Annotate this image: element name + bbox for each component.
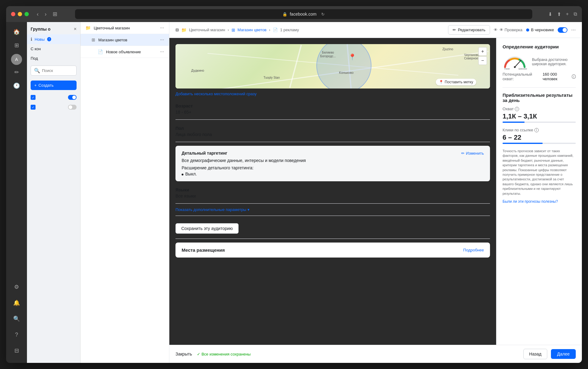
tree-item-adset[interactable]: ⊞ Магазин цветов ··· [81, 34, 169, 46]
main-scroll[interactable]: Zjuzino БеляевоБогородс... Коньково Черт… [169, 38, 496, 345]
map-zoom-in[interactable]: + [478, 47, 487, 56]
lock-icon: 🔒 [282, 12, 287, 17]
sidebar-icon-clock[interactable]: 🕐 [10, 80, 23, 92]
toggle-2[interactable] [68, 105, 77, 110]
minimize-traffic-light[interactable] [18, 12, 22, 16]
map-label-chertanovo: ЧертановоСеверное [464, 53, 479, 60]
sidebar-icon-search[interactable]: 🔍 [10, 313, 23, 325]
tree-item-more-3[interactable]: ··· [160, 49, 164, 55]
back-button[interactable]: ‹ [35, 9, 40, 19]
left-panel-title: Группы о [31, 27, 51, 32]
sidebar-avatar[interactable]: A [11, 54, 22, 65]
placements-section: Места размещения Подробнее [175, 243, 490, 258]
create-label: Создать [39, 83, 54, 88]
checkbox-2[interactable]: ✓ [31, 105, 36, 110]
sidebar-toggle-button[interactable]: ⊞ [51, 9, 59, 19]
more-button[interactable]: ··· [571, 27, 576, 33]
clicks-bar [503, 143, 576, 144]
set-marker-label: Поставить метку [445, 80, 473, 84]
clicks-metric: Клики по ссылке i 6 – 22 [503, 128, 576, 144]
forecast-feedback-link[interactable]: Были ли эти прогнозы полезны? [503, 199, 558, 204]
main-wrapper: ⊟ 📁 Цветочный магазин › ⊞ Магазин цветов… [169, 22, 582, 363]
left-panel-close-button[interactable]: × [74, 26, 77, 32]
gauge-container: Узкая Широкая Выбрана достаточно широкая… [503, 54, 576, 70]
draft-toggle[interactable] [558, 27, 567, 33]
download-icon[interactable]: ⬇ [548, 11, 552, 17]
languages-label: Языки [175, 187, 490, 192]
show-more-link[interactable]: Показать дополнительные параметры ▾ [175, 207, 490, 212]
left-panel-header: Группы о × [27, 22, 80, 34]
toggle-1[interactable] [68, 95, 77, 100]
map-label-konkovo: Коньково [339, 71, 353, 74]
new-tab-icon[interactable]: + [566, 11, 569, 17]
nav-item-sub[interactable]: Под [27, 54, 80, 63]
maximize-traffic-light[interactable] [24, 12, 29, 16]
edit-button[interactable]: ✏ Редактировать [448, 25, 490, 35]
sidebar-icon-bell[interactable]: 🔔 [10, 297, 23, 309]
svg-text:Узкая: Узкая [504, 68, 510, 70]
targeting-section: Детальный таргетинг ✏ Изменить Все демог… [175, 146, 490, 181]
duplicate-icon[interactable]: ⧉ [574, 11, 577, 17]
tree-item-more-1[interactable]: ··· [160, 25, 164, 31]
close-traffic-light[interactable] [11, 12, 15, 16]
list-item-2[interactable]: ✓ [27, 102, 80, 112]
url-text: facebook.com [290, 12, 316, 17]
tree-item-more-2[interactable]: ··· [160, 37, 164, 43]
nav-item-con[interactable]: С кон [27, 44, 80, 54]
browser-navigation: ‹ › ⊞ [35, 9, 59, 19]
add-location-link[interactable]: Добавить несколько местоположений сразу [175, 92, 257, 96]
url-bar[interactable]: 🔒 facebook.com ↻ [75, 9, 532, 19]
tree-item-ad[interactable]: 📄 Новое объявление ··· [81, 46, 169, 58]
gender-section: Пол Лица любого пола [175, 123, 490, 138]
map-zoom-out[interactable]: − [478, 56, 487, 65]
reach-info-icon[interactable]: i [515, 107, 519, 111]
change-targeting-link[interactable]: ✏ Изменить [461, 151, 484, 156]
next-button[interactable]: Далее [551, 349, 576, 359]
create-button[interactable]: + Создать [31, 81, 77, 90]
refresh-icon[interactable]: ↻ [321, 12, 325, 17]
sidebar-icon-grid2[interactable]: ⊟ [10, 345, 23, 357]
svg-line-0 [515, 60, 521, 67]
map-background: Zjuzino БеляевоБогородс... Коньково Черт… [175, 44, 490, 88]
search-box[interactable]: 🔍 [31, 66, 77, 76]
clicks-label: Клики по ссылке i [503, 128, 576, 132]
forward-button[interactable]: › [43, 9, 48, 19]
reach-bar-fill [503, 122, 525, 123]
ad-icon: 📄 [98, 49, 103, 54]
age-section: Возраст 18 - 65+ [175, 101, 490, 116]
bullet-icon [182, 174, 183, 175]
languages-value: Все языки [175, 194, 490, 198]
placements-more-link[interactable]: Подробнее [463, 248, 484, 252]
clicks-label-text: Клики по ссылке [503, 128, 533, 132]
status-dot [526, 28, 529, 32]
list-item-1[interactable]: ✓ [27, 92, 80, 102]
clicks-info-icon[interactable]: i [534, 128, 539, 132]
gender-value: Лица любого пола [175, 132, 490, 137]
audience-definition-title: Определение аудитории [503, 44, 576, 49]
back-button-bottom[interactable]: Назад [523, 349, 547, 359]
share-icon[interactable]: ⬆ [557, 11, 561, 17]
sidebar-icon-home[interactable]: 🏠 [10, 26, 23, 38]
set-marker-button[interactable]: 📍 Поставить метку [436, 79, 476, 85]
map-controls: + − [478, 47, 487, 65]
search-input[interactable] [42, 68, 81, 73]
potential-reach-info-icon[interactable]: i [572, 74, 576, 79]
sidebar-icon-edit[interactable]: ✏ [10, 66, 23, 78]
breadcrumb-sep-1: › [228, 28, 229, 32]
targeting-description: Все демографические данные, интересы и м… [182, 158, 484, 163]
status-badge: В черновике [526, 28, 554, 32]
preview-button[interactable]: 👁 👁 Проверка [494, 28, 522, 32]
nav-item-new[interactable]: ℹ Новы ! [27, 34, 80, 44]
svg-text:Широкая: Широкая [518, 68, 527, 70]
gauge-description: Выбрана достаточно широкая аудитория. [532, 58, 576, 66]
sidebar-icon-settings[interactable]: ⚙ [10, 281, 23, 293]
save-audience-button[interactable]: Сохранить эту аудиторию [175, 223, 239, 234]
checkbox-1[interactable]: ✓ [31, 95, 36, 100]
sidebar-icon-help[interactable]: ? [10, 329, 23, 341]
potential-reach-value: 160 000 человек [543, 72, 571, 81]
close-bottom-button[interactable]: Закрыть [175, 352, 192, 356]
main-toolbar: ⊟ 📁 Цветочный магазин › ⊞ Магазин цветов… [169, 22, 582, 38]
tree-item-campaign[interactable]: 📁 Цветочный магазин ··· [81, 22, 169, 34]
sidebar-icon-grid[interactable]: ⊞ [10, 39, 23, 51]
breadcrumb-campaign: Цветочный магазин [189, 28, 225, 32]
